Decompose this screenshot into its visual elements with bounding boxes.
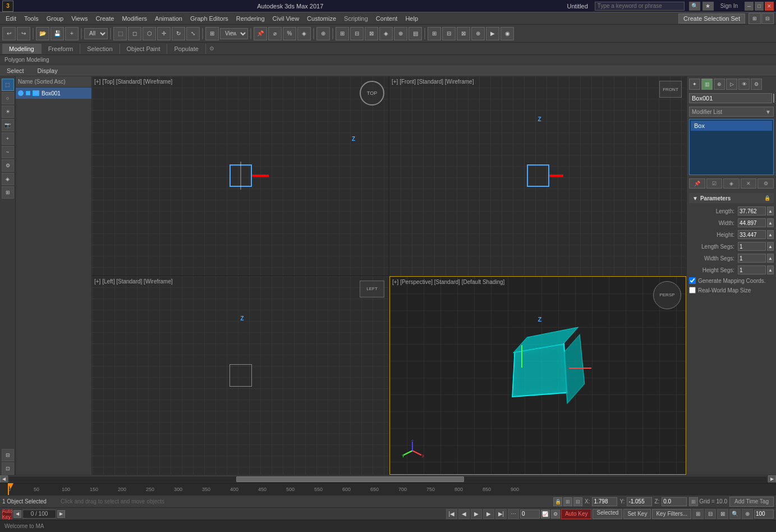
toolbar-extra-btn1[interactable]: ⊞ xyxy=(749,13,761,24)
viewport-front[interactable]: [+] [Front] [Standard] [Wireframe] Z FRO… xyxy=(389,76,686,276)
maximize-btn[interactable]: □ xyxy=(755,2,764,11)
render-setup-btn[interactable]: ⊕ xyxy=(471,27,485,40)
icon-bottom2[interactable]: ⊡ xyxy=(2,462,14,475)
menu-modifiers[interactable]: Modifiers xyxy=(118,14,150,23)
viewport-perspective[interactable]: [+] [Perspective] [Standard] [Default Sh… xyxy=(389,276,686,475)
select-region-btn[interactable]: ◻ xyxy=(128,27,141,40)
hierarchy-panel-btn[interactable]: ⊕ xyxy=(714,79,725,90)
select-lasso-btn[interactable]: ⬡ xyxy=(143,27,156,40)
frame-lock-btn[interactable]: 🔒 xyxy=(553,497,562,506)
y-coord-input[interactable] xyxy=(627,497,652,506)
open-btn[interactable]: 📂 xyxy=(36,27,49,40)
layer-mgr-btn[interactable]: ⊞ xyxy=(428,27,441,40)
viewport-nav-front[interactable]: FRONT xyxy=(659,81,682,98)
search-btn[interactable]: 🔍 xyxy=(689,2,700,11)
height-segs-spinner[interactable]: ▲ xyxy=(767,265,774,274)
frame-scroll-left[interactable]: ◀ xyxy=(13,510,21,518)
menu-group[interactable]: Group xyxy=(43,14,67,23)
menu-scripting[interactable]: Scripting xyxy=(341,14,371,23)
align-to-view-btn[interactable]: ▤ xyxy=(408,27,422,40)
percent-snap-btn[interactable]: % xyxy=(283,27,296,40)
motion-panel-btn[interactable]: ▷ xyxy=(726,79,737,90)
length-input[interactable] xyxy=(738,207,766,215)
menu-graph-editors[interactable]: Graph Editors xyxy=(187,14,232,23)
anim-extra2[interactable]: ⊟ xyxy=(705,509,716,519)
menu-help[interactable]: Help xyxy=(402,14,421,23)
object-list-item[interactable]: Box001 xyxy=(16,88,91,99)
width-spinner-up[interactable]: ▲ xyxy=(767,218,774,227)
go-start-btn[interactable]: |◀ xyxy=(446,509,457,519)
menu-animation[interactable]: Animation xyxy=(151,14,186,23)
tab-selection[interactable]: Selection xyxy=(80,44,120,54)
object-name-input[interactable] xyxy=(689,93,772,103)
tab-populate[interactable]: Populate xyxy=(167,44,205,54)
auto-key-full-btn[interactable]: Auto Key xyxy=(561,509,592,519)
parameters-header[interactable]: ▼ Parameters 🔒 xyxy=(689,193,774,203)
set-key-btn[interactable]: Set Key xyxy=(623,509,651,519)
width-input[interactable] xyxy=(738,218,766,227)
anim-extra4[interactable]: 🔍 xyxy=(729,509,741,519)
place-highlight-btn[interactable]: ◈ xyxy=(379,27,393,40)
mini-curve-editor-btn[interactable]: 📈 xyxy=(541,510,550,519)
gen-mapping-checkbox[interactable] xyxy=(689,277,696,284)
length-segs-spinner[interactable]: ▲ xyxy=(767,242,774,251)
go-end-btn[interactable]: ▶| xyxy=(495,509,507,519)
icon-systems[interactable]: ⚙ xyxy=(2,159,14,172)
search-input[interactable] xyxy=(598,3,682,9)
menu-rendering[interactable]: Rendering xyxy=(233,14,268,23)
toolbar-extra-btn2[interactable]: ⊟ xyxy=(761,13,774,24)
make-unique-btn[interactable]: ◈ xyxy=(723,178,740,189)
pin-stack-btn[interactable]: 📌 xyxy=(689,178,705,189)
render-frame-btn[interactable]: ▶ xyxy=(486,27,499,40)
width-segs-spinner[interactable]: ▲ xyxy=(767,254,774,263)
menu-tools[interactable]: Tools xyxy=(21,14,42,23)
anim-extra1[interactable]: ⊞ xyxy=(692,509,704,519)
auto-key-btn[interactable]: Auto Key xyxy=(2,509,12,519)
key-filters-btn[interactable]: Key Filters... xyxy=(652,509,691,519)
angle-snap-btn[interactable]: ⌀ xyxy=(268,27,282,40)
remove-modifier-btn[interactable]: ✕ xyxy=(741,178,757,189)
viewport-nav-top[interactable]: TOP xyxy=(360,81,384,106)
length-spinner-up[interactable]: ▲ xyxy=(767,207,774,215)
create-panel-btn[interactable]: ✦ xyxy=(689,79,700,90)
scroll-left-btn[interactable]: ◀ xyxy=(0,475,8,483)
menu-views[interactable]: Views xyxy=(68,14,91,23)
normal-align-btn[interactable]: ⊠ xyxy=(365,27,378,40)
tab-freeform[interactable]: Freeform xyxy=(42,44,81,54)
menu-content[interactable]: Content xyxy=(373,14,401,23)
move-btn[interactable]: ✛ xyxy=(157,27,171,40)
sign-in-link[interactable]: Sign In xyxy=(716,3,742,9)
menu-civil-view[interactable]: Civil View xyxy=(269,14,302,23)
play-btn[interactable]: ▶ xyxy=(471,509,482,519)
named-selection-btn[interactable]: ⊕ xyxy=(316,27,330,40)
frame-scroll-right[interactable]: ▶ xyxy=(57,510,65,518)
icon-camera[interactable]: 📷 xyxy=(2,119,14,131)
icon-modifiers2[interactable]: ◈ xyxy=(2,173,14,185)
width-segs-input[interactable] xyxy=(738,254,766,263)
icon-scene[interactable]: ⊞ xyxy=(2,186,14,199)
next-frame-btn[interactable]: ▶ xyxy=(483,509,494,519)
material-btn[interactable]: ⊠ xyxy=(457,27,470,40)
star-btn[interactable]: ★ xyxy=(702,2,714,11)
height-segs-input[interactable] xyxy=(738,265,766,274)
viewport-left[interactable]: [+] [Left] [Standard] [Wireframe] Z LEFT xyxy=(92,276,389,475)
z-coord-input[interactable] xyxy=(662,497,687,506)
tab-object-paint[interactable]: Object Paint xyxy=(120,44,168,54)
end-frame-input[interactable] xyxy=(754,510,774,519)
minimize-btn[interactable]: ─ xyxy=(745,2,754,11)
frame-lock2-btn[interactable]: ⊞ xyxy=(563,497,572,506)
height-input[interactable] xyxy=(738,230,766,239)
icon-spacewarps[interactable]: ~ xyxy=(2,146,14,158)
icon-lights[interactable]: ☀ xyxy=(2,106,14,118)
anim-settings-btn[interactable]: ⚙ xyxy=(551,510,560,519)
modifier-box[interactable]: Box xyxy=(691,121,772,131)
object-color-swatch[interactable] xyxy=(773,94,774,103)
absolute-mode-btn[interactable]: ⊟ xyxy=(573,497,582,506)
save-plus-btn[interactable]: + xyxy=(65,27,79,40)
anim-extra3[interactable]: ⊠ xyxy=(717,509,728,519)
icon-helpers[interactable]: + xyxy=(2,132,14,145)
grid-snap-btn[interactable]: ⊞ xyxy=(689,497,698,506)
snap-btn[interactable]: 📌 xyxy=(254,27,267,40)
configure-modifier-sets-btn[interactable]: ⚙ xyxy=(757,178,774,189)
viewport-nav-perspective[interactable]: PERSP xyxy=(653,281,681,309)
